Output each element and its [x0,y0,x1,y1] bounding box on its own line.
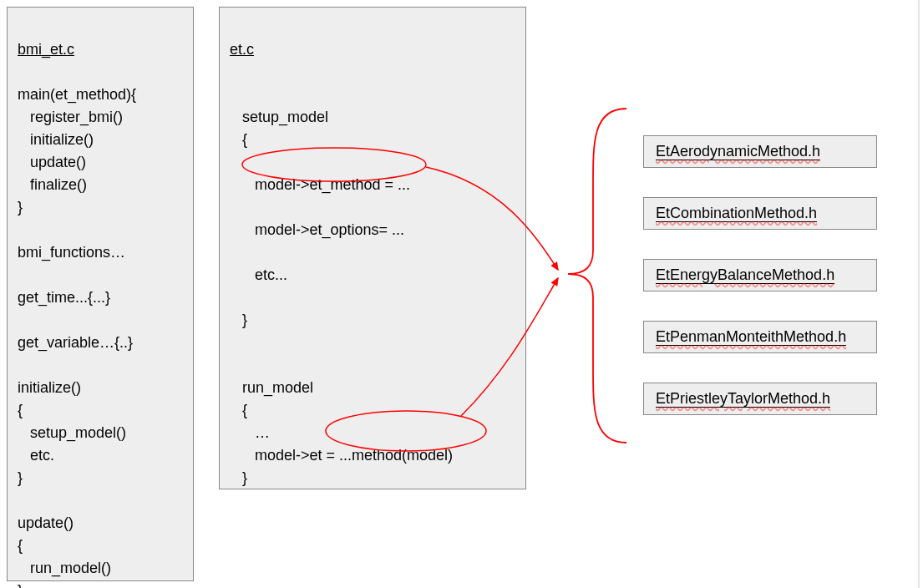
box1-code: main(et_method){ register_bmi() initiali… [18,86,136,588]
header-box-penman-monteith: EtPenmanMonteithMethod.h [643,321,877,353]
code-box-bmi-et: bmi_et.c main(et_method){ register_bmi()… [7,7,194,581]
header-box-energy-balance: EtEnergyBalanceMethod.h [643,259,877,291]
header-label: EtAerodynamicMethod.h [656,143,820,160]
header-label: EtPriestleyTaylorMethod.h [656,390,830,408]
box2-title: et.c [230,41,254,58]
header-box-priestley-taylor: EtPriestleyTaylorMethod.h [643,383,877,415]
annotation-brace [568,109,626,443]
box1-title: bmi_et.c [18,41,74,58]
header-label: EtPenmanMonteithMethod.h [656,328,846,346]
box2-code: setup_model { model->et_method = ... mod… [230,109,453,486]
header-label: EtCombinationMethod.h [656,205,817,222]
code-box-et: et.c setup_model { model->et_method = ..… [219,7,526,489]
header-box-aerodynamic: EtAerodynamicMethod.h [643,135,877,168]
header-box-combination: EtCombinationMethod.h [643,197,877,230]
header-label: EtEnergyBalanceMethod.h [656,266,834,284]
